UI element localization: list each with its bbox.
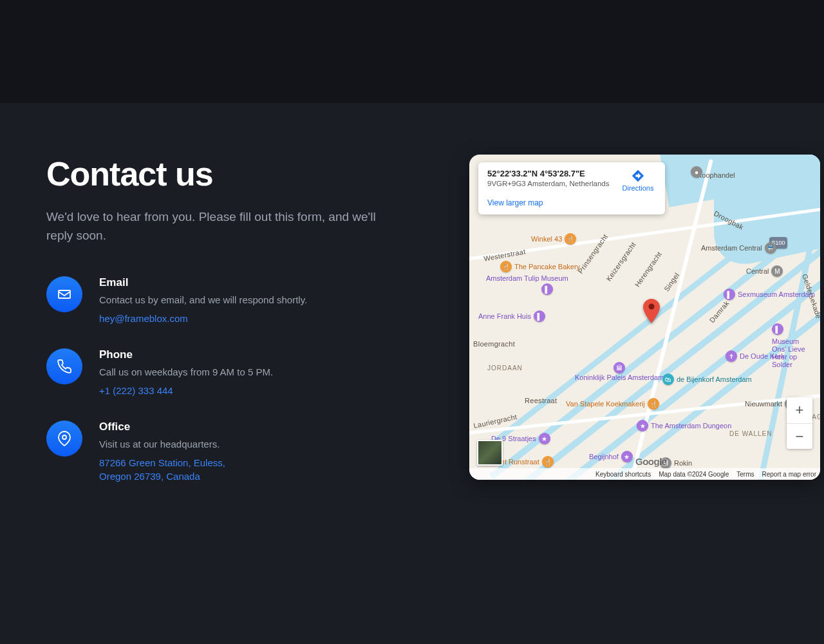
page-subtitle: We'd love to hear from you. Please fill …: [46, 207, 388, 245]
map-poi-label: Amsterdam Tulip Museum: [486, 274, 568, 282]
map-street-label: Prinsengracht: [576, 232, 609, 275]
map-marker-icon: [643, 299, 660, 323]
museum-icon: ▌: [772, 323, 783, 335]
contact-item-desc: Call us on weekdays from 9 AM to 5 PM.: [99, 366, 273, 377]
map-street-label: Reestraat: [525, 397, 557, 404]
church-icon: ✝: [726, 350, 737, 362]
map-poi-label: Nieuwmarkt: [745, 400, 782, 408]
contact-item-title: Office: [99, 421, 254, 433]
view-larger-map-link[interactable]: View larger map: [487, 198, 543, 207]
map-poi-label: Koninklijk Paleis Amsterdam: [575, 374, 664, 381]
map-coordinates: 52°22'33.2"N 4°53'28.7"E: [487, 169, 610, 178]
contact-item-email: Email Contact us by email, and we will r…: [46, 276, 388, 325]
map-poi-label: Central: [746, 267, 769, 275]
page-top-band: [0, 0, 824, 103]
directions-label: Directions: [620, 184, 656, 192]
museum-icon: ▌: [541, 283, 553, 295]
map-poi-label: Winkel 43: [531, 235, 562, 243]
directions-icon: [631, 169, 645, 183]
restaurant-icon: 🍴: [500, 261, 512, 272]
map-poi-label: Amsterdam Central: [701, 244, 762, 252]
map-info-card: 52°22'33.2"N 4°53'28.7"E 9VGR+9G3 Amster…: [478, 162, 665, 214]
contact-item-title: Phone: [99, 348, 273, 361]
map-poi-label: Anne Frank Huis: [478, 312, 531, 320]
map-data-attribution: Map data ©2024 Google: [659, 471, 729, 478]
report-error-link[interactable]: Report a map error: [762, 471, 816, 478]
email-link[interactable]: hey@frameblox.com: [99, 312, 188, 325]
restaurant-icon: 🍴: [648, 398, 659, 410]
directions-button[interactable]: Directions: [620, 169, 656, 192]
map-street-label: Herengracht: [633, 250, 663, 288]
satellite-toggle[interactable]: [477, 440, 503, 466]
map-poi-label: De Oude Kerk: [740, 352, 785, 360]
map-poi-label: Koophandel: [697, 171, 735, 179]
contact-item-desc: Visit us at our headquarters.: [99, 439, 254, 450]
restaurant-icon: 🍴: [565, 233, 576, 245]
contact-item-phone: Phone Call us on weekdays from 9 AM to 5…: [46, 348, 388, 397]
landmark-icon: 🏛: [613, 362, 625, 374]
svg-point-0: [62, 435, 66, 439]
terms-link[interactable]: Terms: [736, 471, 754, 478]
map-poi-label: de Bijenkorf Amsterdam: [677, 375, 752, 383]
attraction-icon: ★: [539, 433, 550, 444]
restaurant-icon: 🍴: [542, 456, 554, 468]
train-icon: 🚆: [765, 242, 776, 254]
office-address-link[interactable]: 87266 Green Station, Euless, Oregon 2673…: [99, 456, 254, 483]
contact-item-title: Email: [99, 276, 307, 289]
museum-icon: ▌: [724, 289, 735, 300]
map-footer: Keyboard shortcuts Map data ©2024 Google…: [469, 468, 820, 480]
map-poi-label: Rokin: [674, 459, 692, 467]
map-address: 9VGR+9G3 Amsterdam, Netherlands: [487, 180, 610, 187]
map-poi-label: Sexmuseum Amsterdam: [738, 290, 815, 298]
contact-left-column: Contact us We'd love to hear from you. P…: [46, 155, 388, 506]
map-neighborhood-label: JORDAAN: [487, 365, 523, 372]
map-pin-icon: [46, 421, 82, 457]
map-poi-icon: ●: [691, 166, 702, 178]
contact-item-office: Office Visit us at our headquarters. 872…: [46, 421, 388, 483]
map-street-label: Keizersgracht: [604, 240, 637, 282]
page-title: Contact us: [46, 155, 388, 193]
zoom-out-button[interactable]: −: [787, 423, 812, 449]
shop-icon: 🛍: [662, 374, 674, 385]
keyboard-shortcuts-link[interactable]: Keyboard shortcuts: [595, 471, 651, 478]
contact-item-desc: Contact us by email, and we will respond…: [99, 294, 307, 305]
phone-link[interactable]: +1 (222) 333 444: [99, 384, 173, 397]
map-poi-label: The Pancake Bakery: [514, 263, 580, 270]
map-embed[interactable]: Koophandel ● Winkel 43🍴 🍴The Pancake Bak…: [469, 155, 820, 480]
metro-icon: M: [771, 265, 783, 277]
map-zoom-controls: + −: [787, 397, 812, 449]
map-poi-label: Van Stapele Koekmakerij: [566, 400, 645, 408]
map-street-label: Bloemgracht: [473, 340, 515, 348]
google-logo: Google: [635, 456, 667, 467]
museum-icon: ▌: [534, 310, 545, 322]
map-poi-label: Begijnhof: [589, 453, 619, 460]
map-neighborhood-label: DE WALLEN: [729, 430, 772, 437]
phone-icon: [46, 348, 82, 384]
contact-section: Contact us We'd love to hear from you. P…: [46, 155, 778, 506]
zoom-in-button[interactable]: +: [787, 397, 812, 423]
attraction-icon: ★: [621, 451, 633, 462]
svg-point-1: [649, 304, 655, 310]
attraction-icon: ★: [637, 420, 648, 431]
email-icon: [46, 276, 82, 312]
map-poi-label: The Amsterdam Dungeon: [651, 422, 731, 430]
